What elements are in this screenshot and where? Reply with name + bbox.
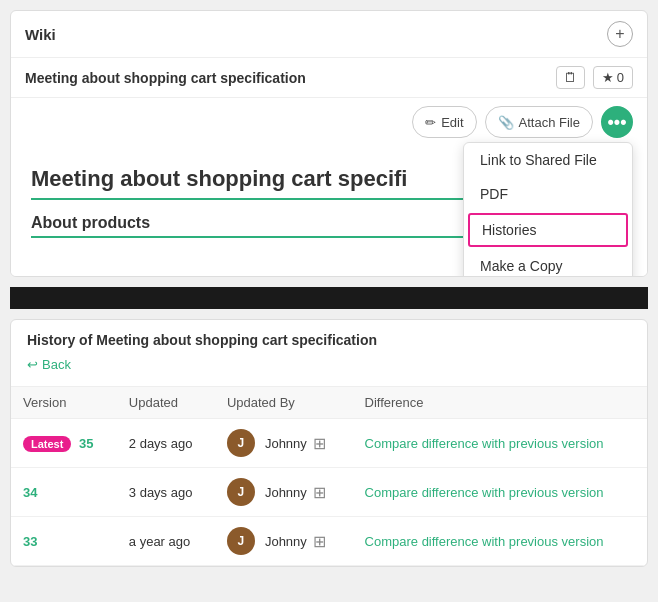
latest-badge: Latest [23,436,71,452]
user-name: Johnny [265,485,307,500]
table-row: 34 3 days ago J Johnny ⊞ Compare differe… [11,468,647,517]
add-wiki-button[interactable]: + [607,21,633,47]
edit-label: Edit [441,115,463,130]
more-dots-icon: ••• [608,112,627,133]
star-icon: ★ [602,70,614,85]
wiki-title: Wiki [25,26,56,43]
difference-cell: Compare difference with previous version [353,468,647,517]
star-count: 0 [617,70,624,85]
pencil-icon: ✏ [425,115,436,130]
avatar: J [227,429,255,457]
col-updated-by: Updated By [215,387,353,419]
edit-button[interactable]: ✏ Edit [412,106,476,138]
dropdown-item-histories[interactable]: Histories [468,213,628,247]
dropdown-item-make-copy[interactable]: Make a Copy [464,249,632,277]
compare-icon: ⊞ [313,532,326,551]
updated-cell: 3 days ago [117,468,215,517]
doc-icon-button[interactable]: 🗒 [556,66,585,89]
avatar: J [227,478,255,506]
user-name: Johnny [265,436,307,451]
star-badge: ★ 0 [593,66,633,89]
version-link-35[interactable]: 35 [79,436,93,451]
col-updated: Updated [117,387,215,419]
attach-label: Attach File [519,115,580,130]
updated-by-cell: J Johnny ⊞ [215,468,353,517]
dropdown-menu: Link to Shared File PDF Histories Make a… [463,142,633,277]
avatar: J [227,527,255,555]
updated-by-cell: J Johnny ⊞ [215,517,353,566]
updated-by-cell: J Johnny ⊞ [215,419,353,468]
difference-cell: Compare difference with previous version [353,419,647,468]
compare-link-35[interactable]: Compare difference with previous version [365,436,635,451]
history-table-body: Latest 35 2 days ago J Johnny ⊞ Compare … [11,419,647,566]
back-link[interactable]: ↩ Back [27,357,71,372]
version-cell: 34 [11,468,117,517]
col-version: Version [11,387,117,419]
table-row: Latest 35 2 days ago J Johnny ⊞ Compare … [11,419,647,468]
version-cell: 33 [11,517,117,566]
user-name: Johnny [265,534,307,549]
compare-link-34[interactable]: Compare difference with previous version [365,485,635,500]
compare-link-33[interactable]: Compare difference with previous version [365,534,635,549]
version-link-33[interactable]: 33 [23,534,37,549]
history-table: Version Updated Updated By Difference La… [11,386,647,566]
doc-icon: 🗒 [564,70,577,85]
wiki-doc-title: Meeting about shopping cart specificatio… [25,70,548,86]
dropdown-item-link-shared[interactable]: Link to Shared File [464,143,632,177]
dropdown-item-pdf[interactable]: PDF [464,177,632,211]
back-arrow-icon: ↩ [27,357,38,372]
wiki-panel: Wiki + Meeting about shopping cart speci… [10,10,648,277]
history-header: History of Meeting about shopping cart s… [11,320,647,386]
version-cell: Latest 35 [11,419,117,468]
history-title: History of Meeting about shopping cart s… [27,332,631,348]
version-link-34[interactable]: 34 [23,485,37,500]
updated-cell: 2 days ago [117,419,215,468]
compare-icon: ⊞ [313,483,326,502]
table-row: 33 a year ago J Johnny ⊞ Compare differe… [11,517,647,566]
more-options-button[interactable]: ••• [601,106,633,138]
table-header-row: Version Updated Updated By Difference [11,387,647,419]
updated-cell: a year ago [117,517,215,566]
dark-divider [10,287,648,309]
attach-file-button[interactable]: 📎 Attach File [485,106,593,138]
difference-cell: Compare difference with previous version [353,517,647,566]
wiki-toolbar: ✏ Edit 📎 Attach File ••• Link to Shared … [11,98,647,146]
back-label: Back [42,357,71,372]
compare-icon: ⊞ [313,434,326,453]
history-panel: History of Meeting about shopping cart s… [10,319,648,567]
wiki-doc-header: Meeting about shopping cart specificatio… [11,58,647,98]
paperclip-icon: 📎 [498,115,514,130]
col-difference: Difference [353,387,647,419]
wiki-header: Wiki + [11,11,647,58]
